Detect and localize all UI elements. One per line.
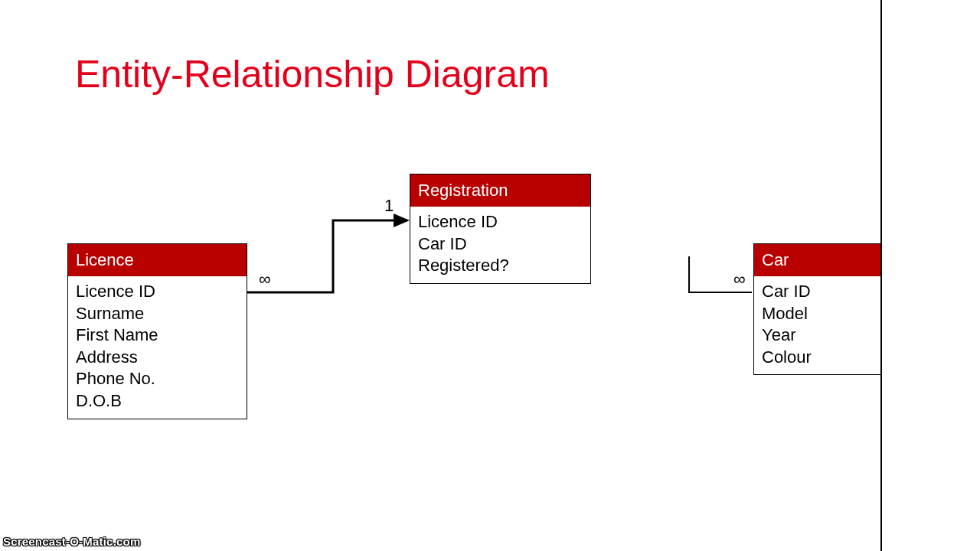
entity-registration-body: Licence ID Car ID Registered? [410,207,590,283]
entity-field: Address [76,347,239,369]
right-margin [882,0,980,551]
entity-field: First Name [76,324,239,347]
entity-registration: Registration Licence ID Car ID Registere… [410,174,591,284]
entity-licence: Licence Licence ID Surname First Name Ad… [67,243,247,419]
entity-field: Car ID [418,233,583,256]
entity-field: Licence ID [76,281,239,303]
entity-licence-body: Licence ID Surname First Name Address Ph… [68,276,247,419]
entity-registration-header: Registration [410,174,590,207]
entity-field: Licence ID [418,211,583,233]
watermark: Screencast-O-Matic.com [3,535,140,548]
entity-licence-header: Licence [68,244,247,276]
cardinality-registration: 1 [384,196,394,216]
entity-field: Registered? [418,255,583,277]
slide-canvas: Entity-Relationship Diagram Licence Lice… [0,0,880,551]
cardinality-licence: ∞ [259,269,271,289]
cardinality-car: ∞ [733,269,746,289]
entity-field: Surname [76,303,239,325]
entity-field: Phone No. [76,368,239,390]
entity-field: D.O.B [76,390,239,412]
page-title: Entity-Relationship Diagram [75,52,550,96]
